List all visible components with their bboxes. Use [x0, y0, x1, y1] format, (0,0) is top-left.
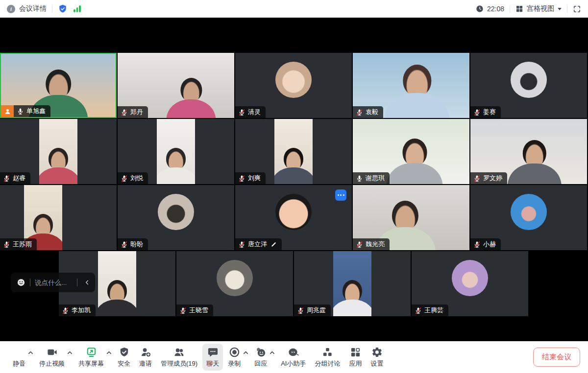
- mic-muted-icon: [473, 109, 481, 116]
- toolbar-invite[interactable]: 邀请: [135, 344, 156, 371]
- quick-chat-bar[interactable]: [11, 273, 95, 292]
- name-badge: 王苏雨: [0, 238, 37, 250]
- toolbar-record[interactable]: 录制: [224, 344, 245, 371]
- participant-tile-郑丹[interactable]: 郑丹: [118, 53, 234, 118]
- toolbar-share-screen[interactable]: 共享屏幕: [74, 344, 108, 371]
- grid-view-icon[interactable]: [515, 5, 523, 13]
- more-options-button[interactable]: [335, 189, 346, 201]
- participant-name: 王腾芸: [424, 306, 443, 315]
- name-badge: 赵睿: [0, 172, 30, 184]
- name-badge: 袁毅: [353, 106, 383, 118]
- participant-avatar: [275, 194, 312, 230]
- mic-muted-icon: [473, 175, 481, 182]
- mic-muted-icon: [179, 307, 187, 314]
- name-badge: 周兆霆: [294, 304, 331, 316]
- mic-muted-icon: [473, 241, 481, 248]
- mic-muted-icon: [121, 175, 128, 182]
- expand-caret-icon[interactable]: [270, 350, 275, 355]
- toolbar-manage-members[interactable]: 管理成员(19): [157, 344, 201, 371]
- participant-avatar: [217, 260, 253, 296]
- video-grid-stage: 单旭鑫 郑丹 清灵: [0, 18, 588, 341]
- participant-tile-刘爽[interactable]: 刘爽: [235, 119, 352, 184]
- name-badge: 姜赛: [470, 106, 501, 118]
- mic-muted-icon: [121, 109, 128, 116]
- name-badge: 清灵: [235, 106, 266, 118]
- toolbar-chat[interactable]: 聊天: [202, 344, 223, 371]
- participant-tile-清灵[interactable]: 清灵: [235, 53, 352, 118]
- toolbar-breakout[interactable]: 分组讨论: [311, 344, 344, 371]
- expand-caret-icon[interactable]: [67, 350, 73, 355]
- participant-name: 刘悦: [130, 174, 143, 183]
- toolbar-settings[interactable]: 设置: [367, 344, 387, 371]
- toolbar-mute[interactable]: 静音: [9, 344, 29, 371]
- participant-name: 王苏雨: [13, 240, 32, 249]
- participant-tile-魏光亮[interactable]: 魏光亮: [353, 185, 469, 250]
- end-meeting-button[interactable]: 结束会议: [533, 348, 580, 367]
- bottom-toolbar: 静音 停止视频 共享屏幕 安全 邀请 管理成员(19) 聊天 录制 回应 AI小…: [0, 341, 588, 373]
- collapse-chat-icon[interactable]: [84, 279, 91, 286]
- mic-on-icon: [356, 175, 363, 182]
- toolbar-apps[interactable]: 应用: [345, 344, 366, 371]
- participant-tile-唐立洋[interactable]: 唐立洋: [235, 185, 352, 250]
- fullscreen-icon[interactable]: [573, 5, 581, 13]
- divider: [52, 5, 52, 13]
- participant-name: 刘爽: [248, 174, 261, 183]
- toolbar-ai-assistant[interactable]: AI小助手: [277, 344, 310, 371]
- toolbar-security[interactable]: 安全: [114, 344, 134, 371]
- name-badge: 唐立洋: [235, 238, 282, 250]
- participant-name: 王晓雪: [189, 306, 208, 315]
- mic-muted-icon: [356, 241, 363, 248]
- participant-tile-赵睿[interactable]: 赵睿: [0, 119, 117, 184]
- name-badge: 李加凯: [59, 304, 96, 316]
- expand-caret-icon[interactable]: [106, 350, 112, 355]
- divider: [30, 279, 30, 286]
- name-badge: 王晓雪: [176, 304, 213, 316]
- expand-caret-icon[interactable]: [243, 350, 248, 355]
- participant-tile-周兆霆[interactable]: 周兆霆: [294, 251, 411, 316]
- meeting-details-link[interactable]: 会议详情: [19, 4, 47, 13]
- participant-tile-单旭鑫[interactable]: 单旭鑫: [0, 53, 117, 118]
- participant-tile-刘悦[interactable]: 刘悦: [118, 119, 234, 184]
- participant-tile-袁毅[interactable]: 袁毅: [353, 53, 469, 118]
- mic-muted-icon: [238, 175, 245, 182]
- participant-name: 盼盼: [130, 240, 143, 249]
- toolbar-stop-video[interactable]: 停止视频: [35, 344, 69, 371]
- network-signal-icon[interactable]: [74, 5, 81, 12]
- view-mode-label[interactable]: 宫格视图: [527, 4, 554, 13]
- mic-muted-icon: [238, 241, 245, 248]
- participant-tile-盼盼[interactable]: 盼盼: [118, 185, 234, 250]
- participant-name: 周兆霆: [307, 306, 326, 315]
- name-badge: 魏光亮: [353, 238, 390, 250]
- participant-tile-王晓雪[interactable]: 王晓雪: [176, 251, 293, 316]
- participant-avatar: [511, 194, 547, 230]
- participant-tile-王腾芸[interactable]: 王腾芸: [412, 251, 528, 316]
- expand-caret-icon[interactable]: [28, 350, 33, 355]
- participant-name: 唐立洋: [248, 240, 267, 249]
- participant-tile-姜赛[interactable]: 姜赛: [470, 53, 587, 118]
- participant-name: 小赫: [483, 240, 496, 249]
- participant-name: 谢思琪: [366, 174, 385, 183]
- emoji-icon[interactable]: [17, 278, 25, 287]
- participant-avatar: [452, 260, 488, 296]
- edit-name-icon[interactable]: [270, 241, 277, 248]
- security-shield-icon[interactable]: [58, 4, 68, 14]
- participant-tile-谢思琪[interactable]: 谢思琪: [353, 119, 469, 184]
- name-badge: 刘爽: [235, 172, 266, 184]
- name-badge: 刘悦: [118, 172, 148, 184]
- participant-tile-小赫[interactable]: 小赫: [470, 185, 587, 250]
- chat-input[interactable]: [35, 279, 73, 286]
- name-badge: 罗文婷: [470, 172, 507, 184]
- host-icon: [1, 105, 14, 117]
- participant-avatar: [158, 194, 194, 230]
- meeting-info-icon[interactable]: i: [7, 5, 15, 13]
- participant-tile-王苏雨[interactable]: 王苏雨: [0, 185, 117, 250]
- divider: [77, 279, 77, 286]
- clock-icon: [476, 5, 484, 13]
- name-badge: 盼盼: [118, 238, 148, 250]
- toolbar-reactions[interactable]: 回应: [250, 344, 271, 371]
- participant-name: 清灵: [248, 108, 261, 117]
- mic-muted-icon: [3, 241, 10, 248]
- participant-tile-罗文婷[interactable]: 罗文婷: [470, 119, 587, 184]
- top-bar: i 会议详情 22:08 宫格视图: [0, 0, 588, 18]
- chevron-down-icon[interactable]: [558, 8, 562, 10]
